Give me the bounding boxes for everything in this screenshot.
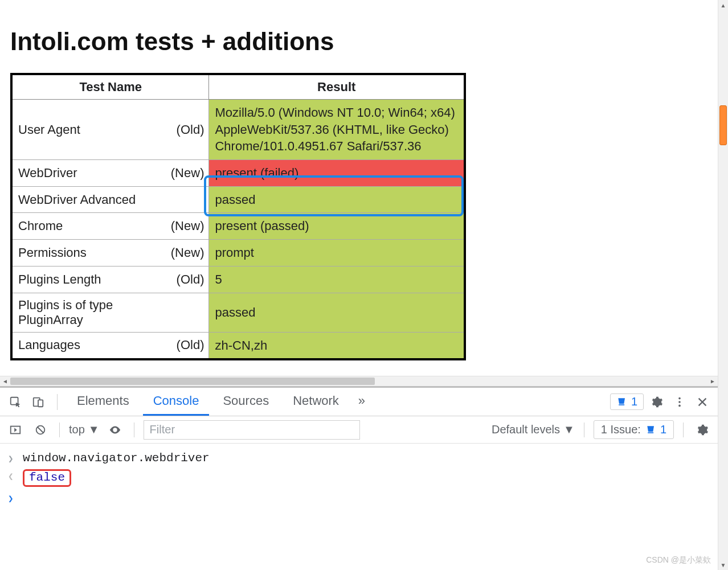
table-row: User Agent (Old) Mozilla/5.0 (Windows NT… bbox=[11, 100, 465, 160]
console-output-line: ❮ false bbox=[8, 467, 710, 489]
scroll-right-arrow-icon[interactable]: ► bbox=[707, 376, 718, 386]
errors-count: 1 bbox=[631, 395, 637, 408]
console-output: ❯ window.navigator.webdriver ❮ false ❯ bbox=[0, 444, 718, 512]
page-horizontal-scrollbar[interactable]: ◄ ► bbox=[0, 376, 718, 386]
test-result-cell: zh-CN,zh bbox=[209, 332, 465, 359]
close-devtools-icon[interactable] bbox=[693, 392, 712, 412]
sidebar-toggle-icon[interactable] bbox=[6, 420, 25, 440]
page-content: Intoli.com tests + additions Test Name R… bbox=[0, 0, 718, 363]
separator bbox=[57, 394, 58, 410]
separator bbox=[134, 423, 134, 437]
test-result-cell: Mozilla/5.0 (Windows NT 10.0; Win64; x64… bbox=[209, 100, 465, 160]
page-title: Intoli.com tests + additions bbox=[10, 27, 707, 56]
table-row: WebDriver Advanced passed bbox=[11, 186, 465, 213]
scroll-left-arrow-icon[interactable]: ◄ bbox=[0, 376, 10, 386]
page-viewport: Intoli.com tests + additions Test Name R… bbox=[0, 0, 718, 386]
kebab-menu-icon[interactable] bbox=[670, 392, 689, 412]
console-toolbar: top ▼ Default levels ▼ 1 Issue: 1 bbox=[0, 416, 718, 444]
inspect-element-icon[interactable] bbox=[6, 392, 25, 412]
table-header-row: Test Name Result bbox=[11, 74, 465, 100]
scroll-up-arrow-icon[interactable]: ▲ bbox=[718, 0, 728, 10]
context-selector[interactable]: top ▼ bbox=[69, 423, 100, 436]
test-name-cell: Chrome (New) bbox=[11, 213, 209, 240]
test-name-cell: Plugins is of type PluginArray bbox=[11, 293, 209, 332]
table-row: Permissions (New) prompt bbox=[11, 240, 465, 266]
issues-label: 1 Issue: bbox=[601, 423, 641, 436]
test-result-cell: 5 bbox=[209, 266, 465, 293]
outer-vertical-scrollbar[interactable]: ▲ ▼ bbox=[718, 0, 728, 570]
clear-console-icon[interactable] bbox=[31, 420, 50, 440]
separator bbox=[683, 423, 684, 437]
test-result-cell: passed bbox=[209, 293, 465, 332]
console-output-text: false bbox=[29, 471, 65, 484]
test-name: Plugins is of type PluginArray bbox=[18, 298, 113, 327]
test-name: WebDriver Advanced bbox=[18, 192, 136, 207]
svg-point-4 bbox=[678, 397, 681, 399]
test-name-cell: WebDriver (New) bbox=[11, 160, 209, 187]
test-age: (New) bbox=[171, 219, 205, 233]
filter-input[interactable] bbox=[144, 420, 360, 440]
console-settings-gear-icon[interactable] bbox=[693, 420, 712, 440]
scroll-down-arrow-icon[interactable]: ▼ bbox=[718, 560, 728, 570]
test-name: Chrome bbox=[18, 219, 63, 233]
levels-label: Default levels bbox=[492, 423, 560, 436]
chevron-down-icon: ▼ bbox=[563, 423, 575, 436]
table-row: Plugins Length (Old) 5 bbox=[11, 266, 465, 293]
chevron-right-icon: ❯ bbox=[8, 493, 16, 505]
test-result-cell: passed bbox=[209, 186, 465, 213]
header-result: Result bbox=[209, 74, 465, 100]
svg-point-5 bbox=[678, 401, 681, 403]
console-prompt-line[interactable]: ❯ bbox=[8, 489, 710, 507]
tab-console[interactable]: Console bbox=[143, 388, 210, 416]
chevron-right-icon: ❯ bbox=[8, 453, 16, 465]
test-result-cell: prompt bbox=[209, 240, 465, 266]
test-name-cell: User Agent (Old) bbox=[11, 100, 209, 160]
devtools-panel: Elements Console Sources Network » 1 top… bbox=[0, 386, 718, 570]
svg-point-9 bbox=[114, 429, 116, 431]
svg-rect-10 bbox=[648, 432, 653, 433]
console-input-line: ❯ window.navigator.webdriver bbox=[8, 449, 710, 467]
device-toolbar-icon[interactable] bbox=[28, 392, 48, 412]
errors-badge[interactable]: 1 bbox=[610, 393, 644, 410]
test-result-cell: present (passed) bbox=[209, 213, 465, 240]
test-age: (New) bbox=[171, 166, 205, 181]
scroll-thumb[interactable] bbox=[10, 378, 375, 385]
devtools-tabbar: Elements Console Sources Network » 1 bbox=[0, 388, 718, 416]
test-name-cell: WebDriver Advanced bbox=[11, 186, 209, 213]
log-levels-selector[interactable]: Default levels ▼ bbox=[492, 423, 575, 436]
separator bbox=[584, 423, 584, 437]
test-age: (Old) bbox=[177, 338, 205, 352]
live-expression-eye-icon[interactable] bbox=[105, 420, 125, 440]
test-age: (New) bbox=[171, 245, 205, 260]
test-name: User Agent bbox=[18, 122, 80, 137]
tab-network[interactable]: Network bbox=[283, 388, 349, 416]
table-row: Languages (Old) zh-CN,zh bbox=[11, 332, 465, 359]
chevron-down-icon: ▼ bbox=[88, 423, 100, 436]
chevron-left-icon: ❮ bbox=[8, 471, 16, 482]
separator bbox=[59, 423, 60, 437]
test-name: WebDriver bbox=[18, 166, 77, 180]
issues-count: 1 bbox=[660, 423, 666, 436]
table-row: Chrome (New) present (passed) bbox=[11, 213, 465, 240]
annotation-red-box: false bbox=[23, 469, 71, 487]
test-name-cell: Plugins Length (Old) bbox=[11, 266, 209, 293]
test-name: Plugins Length bbox=[18, 272, 101, 286]
issues-button[interactable]: 1 Issue: 1 bbox=[594, 420, 674, 439]
tests-table-wrapper: Test Name Result User Agent (Old) Mozill… bbox=[10, 73, 466, 360]
svg-rect-3 bbox=[619, 404, 624, 405]
scroll-thumb[interactable] bbox=[719, 105, 727, 145]
console-input-text: window.navigator.webdriver bbox=[23, 452, 210, 465]
tab-sources[interactable]: Sources bbox=[212, 388, 279, 416]
test-name-cell: Permissions (New) bbox=[11, 240, 209, 266]
context-label: top bbox=[69, 423, 85, 436]
test-result-cell: present (failed) bbox=[209, 160, 465, 187]
test-name: Permissions bbox=[18, 245, 87, 260]
tests-table: Test Name Result User Agent (Old) Mozill… bbox=[10, 73, 466, 360]
tab-elements[interactable]: Elements bbox=[67, 388, 140, 416]
test-name: Languages bbox=[18, 338, 80, 352]
tab-more[interactable]: » bbox=[353, 388, 371, 416]
settings-gear-icon[interactable] bbox=[647, 392, 666, 412]
svg-point-6 bbox=[678, 404, 681, 407]
table-row: WebDriver (New) present (failed) bbox=[11, 160, 465, 187]
table-row: Plugins is of type PluginArray passed bbox=[11, 293, 465, 332]
